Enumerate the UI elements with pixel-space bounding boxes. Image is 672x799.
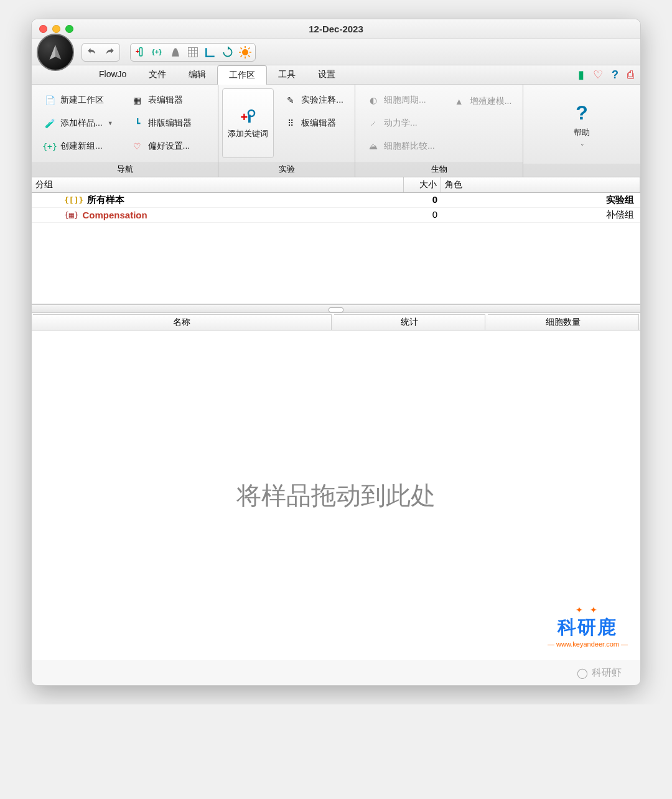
bookmark-icon[interactable]: ▮ (578, 68, 584, 82)
svg-text:+: + (240, 110, 248, 124)
menu-tools[interactable]: 工具 (267, 65, 307, 84)
svg-line-18 (241, 55, 243, 57)
titlebar: 12-Dec-2023 (32, 19, 640, 39)
table-row[interactable]: {[]}所有样本 0 实验组 (32, 193, 640, 208)
add-group-icon[interactable]: {+} (152, 46, 164, 58)
population-compare-button[interactable]: ⛰细胞群比较... (362, 136, 440, 156)
undo-button[interactable] (86, 46, 98, 58)
layout-editor-button[interactable]: ┗排版编辑器 (126, 113, 197, 133)
window-title: 12-Dec-2023 (32, 24, 640, 34)
svg-marker-10 (228, 46, 230, 50)
groups-table: 分组 大小 角色 {[]}所有样本 0 实验组 {▦}Compensation … (32, 177, 640, 304)
table-icon[interactable] (187, 46, 199, 58)
redo-button[interactable] (103, 46, 116, 58)
menu-flowjo[interactable]: FlowJo (88, 65, 138, 84)
proliferation-button[interactable]: ▲增殖建模... (447, 91, 517, 111)
sample-drop-zone[interactable]: 将样品拖动到此处 ✦ ✦ 科研鹿 — www.keyandeer.com — (32, 330, 640, 660)
plate-editor-button[interactable]: ⠿板编辑器 (279, 113, 348, 133)
menu-file[interactable]: 文件 (138, 65, 177, 84)
reload-icon[interactable] (222, 46, 234, 58)
svg-line-19 (248, 47, 250, 49)
add-page-icon[interactable]: ⎙ (627, 68, 634, 82)
col-role[interactable]: 角色 (441, 177, 640, 192)
samples-table-header: 名称 统计 细胞数量 (32, 313, 640, 330)
cell-cycle-button[interactable]: ◐细胞周期... (362, 90, 440, 110)
footer-watermark: ◯ 科研虾 (32, 660, 640, 685)
split-handle[interactable] (32, 304, 640, 313)
heart-icon[interactable]: ♡ (593, 68, 603, 82)
menu-workspace[interactable]: 工作区 (217, 65, 267, 85)
gate-icon[interactable] (169, 46, 182, 58)
app-icon[interactable] (37, 34, 74, 71)
table-editor-button[interactable]: ▦表编辑器 (126, 90, 197, 110)
wechat-icon: ◯ (577, 667, 588, 679)
ribbon-group-nav-label: 导航 (32, 162, 218, 177)
svg-line-16 (241, 47, 243, 49)
menubar: FlowJo 文件 编辑 工作区 工具 设置 ▮ ♡ ? ⎙ (32, 65, 640, 84)
svg-rect-21 (248, 115, 251, 123)
add-samples-button[interactable]: 🧪添加样品...▼ (38, 113, 118, 133)
create-group-button[interactable]: {+}创建新组... (38, 136, 118, 156)
svg-text:+: + (136, 47, 139, 54)
svg-rect-2 (139, 47, 142, 55)
dropzone-placeholder: 将样品拖动到此处 (236, 479, 436, 513)
col-group[interactable]: 分组 (32, 177, 404, 192)
help-button[interactable]: ? 帮助 ⌄ (560, 88, 604, 160)
preferences-button[interactable]: ♡偏好设置... (126, 136, 197, 156)
burst-icon[interactable] (239, 46, 251, 58)
menu-edit[interactable]: 编辑 (177, 65, 217, 84)
watermark: ✦ ✦ 科研鹿 — www.keyandeer.com — (548, 605, 628, 648)
menu-settings[interactable]: 设置 (307, 65, 347, 84)
col-cellcount[interactable]: 细胞数量 (488, 314, 639, 330)
svg-marker-1 (50, 45, 55, 59)
svg-line-17 (248, 55, 250, 57)
ribbon: 📄新建工作区 🧪添加样品...▼ {+}创建新组... ▦表编辑器 ┗排版编辑器… (32, 84, 640, 177)
quick-toolbar: + {+} (32, 39, 640, 65)
col-size[interactable]: 大小 (404, 177, 441, 192)
svg-point-11 (242, 49, 248, 55)
col-name[interactable]: 名称 (33, 314, 332, 330)
experiment-annotation-button[interactable]: ✎实验注释... (279, 90, 348, 110)
svg-rect-5 (189, 47, 198, 57)
add-tube-icon[interactable]: + (134, 46, 147, 58)
ribbon-group-bio-label: 生物 (355, 162, 523, 177)
add-keyword-button[interactable]: + 添加关键词 (222, 88, 274, 158)
kinetics-button[interactable]: ⟋动力学... (362, 113, 440, 133)
ribbon-group-exp-label: 实验 (218, 162, 355, 177)
svg-text:{+}: {+} (152, 47, 162, 55)
col-stats[interactable]: 统计 (334, 314, 485, 330)
new-workspace-button[interactable]: 📄新建工作区 (38, 90, 118, 110)
help-icon[interactable]: ? (612, 68, 618, 82)
layout-icon[interactable] (204, 46, 217, 58)
main-window: 12-Dec-2023 + {+} FlowJo 文件 编辑 工作区 工具 设置… (31, 19, 641, 686)
table-row[interactable]: {▦}Compensation 0 补偿组 (32, 208, 640, 223)
